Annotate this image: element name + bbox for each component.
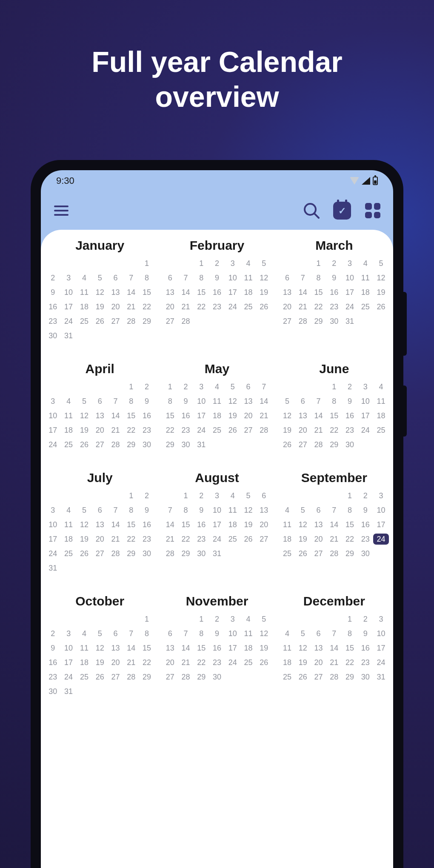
- day-cell[interactable]: 26: [295, 671, 311, 682]
- day-cell[interactable]: 10: [373, 505, 389, 516]
- month-december[interactable]: December12345678910111213141516171819202…: [280, 594, 389, 697]
- day-cell[interactable]: 31: [209, 548, 225, 559]
- day-cell[interactable]: 3: [45, 396, 61, 407]
- day-cell[interactable]: 30: [45, 686, 61, 697]
- day-cell[interactable]: 2: [326, 258, 342, 269]
- day-cell[interactable]: 23: [209, 301, 225, 312]
- day-cell[interactable]: 30: [45, 330, 61, 341]
- day-cell[interactable]: 5: [92, 628, 108, 639]
- day-cell[interactable]: 16: [357, 642, 373, 654]
- day-cell[interactable]: 2: [342, 381, 358, 392]
- day-cell[interactable]: 29: [123, 439, 139, 450]
- day-cell[interactable]: 29: [194, 671, 209, 682]
- day-cell[interactable]: 15: [194, 287, 209, 298]
- day-cell[interactable]: 10: [61, 642, 77, 654]
- day-cell[interactable]: 4: [77, 628, 92, 639]
- day-cell[interactable]: 7: [162, 505, 178, 516]
- day-cell[interactable]: 22: [326, 425, 342, 436]
- month-october[interactable]: October123456789101112131415161718192021…: [45, 594, 154, 697]
- day-cell[interactable]: 15: [139, 287, 155, 298]
- day-cell[interactable]: 3: [194, 381, 209, 392]
- day-cell[interactable]: 12: [280, 410, 295, 421]
- day-cell[interactable]: 20: [311, 534, 326, 545]
- day-cell[interactable]: 11: [240, 272, 256, 283]
- month-november[interactable]: November12345678910111213141516171819202…: [162, 594, 271, 697]
- day-cell[interactable]: 26: [92, 671, 108, 682]
- day-cell[interactable]: 18: [240, 287, 256, 298]
- day-cell[interactable]: 4: [280, 628, 295, 639]
- day-cell[interactable]: 17: [373, 519, 389, 530]
- day-cell[interactable]: 13: [240, 396, 256, 407]
- day-cell[interactable]: 17: [225, 642, 240, 654]
- day-cell[interactable]: 31: [194, 439, 209, 450]
- day-cell[interactable]: 9: [209, 628, 225, 639]
- day-cell[interactable]: 29: [139, 316, 155, 327]
- day-cell[interactable]: 10: [209, 505, 225, 516]
- day-cell[interactable]: 19: [295, 534, 311, 545]
- day-cell[interactable]: 3: [225, 258, 240, 269]
- day-cell[interactable]: 9: [357, 628, 373, 639]
- day-cell[interactable]: 22: [123, 534, 139, 545]
- day-cell[interactable]: 24: [225, 657, 240, 668]
- day-cell[interactable]: 22: [139, 301, 155, 312]
- day-cell[interactable]: 6: [108, 272, 123, 283]
- day-cell[interactable]: 26: [225, 425, 240, 436]
- day-cell[interactable]: 26: [295, 548, 311, 559]
- day-cell[interactable]: 19: [77, 425, 92, 436]
- day-cell[interactable]: 14: [108, 410, 123, 421]
- day-cell[interactable]: 20: [108, 657, 123, 668]
- day-cell[interactable]: 9: [209, 272, 225, 283]
- day-cell[interactable]: 11: [77, 287, 92, 298]
- day-cell[interactable]: 25: [61, 439, 77, 450]
- day-cell-today[interactable]: 24: [373, 534, 389, 545]
- day-cell[interactable]: 4: [357, 258, 373, 269]
- day-cell[interactable]: 9: [139, 396, 155, 407]
- day-cell[interactable]: 24: [373, 657, 389, 668]
- day-cell[interactable]: 27: [280, 316, 295, 327]
- day-cell[interactable]: 23: [209, 657, 225, 668]
- day-cell[interactable]: 1: [194, 258, 209, 269]
- day-cell[interactable]: 2: [357, 614, 373, 625]
- day-cell[interactable]: 20: [92, 425, 108, 436]
- day-cell[interactable]: 4: [209, 381, 225, 392]
- day-cell[interactable]: 11: [280, 519, 295, 530]
- day-cell[interactable]: 12: [92, 642, 108, 654]
- day-cell[interactable]: 14: [123, 642, 139, 654]
- day-cell[interactable]: 25: [77, 671, 92, 682]
- day-cell[interactable]: 28: [123, 316, 139, 327]
- day-cell[interactable]: 29: [326, 439, 342, 450]
- day-cell[interactable]: 7: [326, 628, 342, 639]
- day-cell[interactable]: 26: [77, 439, 92, 450]
- day-cell[interactable]: 15: [326, 410, 342, 421]
- day-cell[interactable]: 20: [295, 425, 311, 436]
- day-cell[interactable]: 30: [194, 548, 209, 559]
- day-cell[interactable]: 18: [209, 410, 225, 421]
- menu-button[interactable]: [49, 199, 73, 223]
- day-cell[interactable]: 5: [295, 505, 311, 516]
- day-cell[interactable]: 16: [139, 410, 155, 421]
- day-cell[interactable]: 28: [108, 439, 123, 450]
- day-cell[interactable]: 4: [225, 490, 240, 501]
- day-cell[interactable]: 29: [139, 671, 155, 682]
- day-cell[interactable]: 7: [108, 396, 123, 407]
- day-cell[interactable]: 7: [311, 396, 326, 407]
- day-cell[interactable]: 23: [139, 534, 155, 545]
- day-cell[interactable]: 6: [240, 381, 256, 392]
- day-cell[interactable]: 19: [280, 425, 295, 436]
- day-cell[interactable]: 22: [139, 657, 155, 668]
- day-cell[interactable]: 13: [295, 410, 311, 421]
- day-cell[interactable]: 11: [280, 642, 295, 654]
- day-cell[interactable]: 8: [326, 396, 342, 407]
- day-cell[interactable]: 17: [194, 410, 209, 421]
- day-cell[interactable]: 14: [178, 287, 194, 298]
- day-cell[interactable]: 13: [108, 642, 123, 654]
- day-cell[interactable]: 9: [326, 272, 342, 283]
- day-cell[interactable]: 2: [45, 272, 61, 283]
- day-cell[interactable]: 23: [194, 534, 209, 545]
- day-cell[interactable]: 6: [280, 272, 295, 283]
- day-cell[interactable]: 8: [194, 628, 209, 639]
- day-cell[interactable]: 22: [342, 657, 358, 668]
- day-cell[interactable]: 10: [45, 410, 61, 421]
- day-cell[interactable]: 27: [92, 548, 108, 559]
- day-cell[interactable]: 22: [178, 534, 194, 545]
